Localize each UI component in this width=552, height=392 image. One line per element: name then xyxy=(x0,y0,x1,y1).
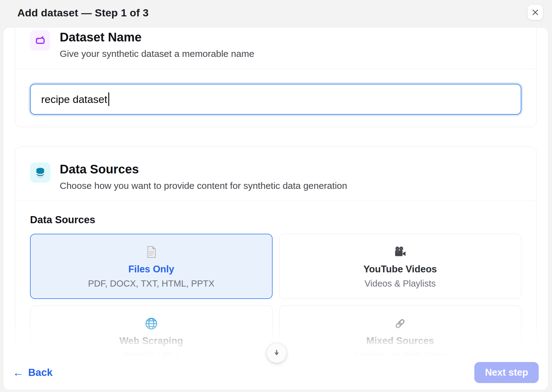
option-title: Mixed Sources xyxy=(366,335,434,347)
option-subtitle: Videos & Playlists xyxy=(364,279,436,289)
back-button-label: Back xyxy=(28,367,53,378)
data-sources-card-body: Data Sources F xyxy=(15,201,536,358)
back-button[interactable]: ← Back xyxy=(13,367,53,378)
option-subtitle: Website URLs xyxy=(123,350,180,358)
data-sources-card-header: Data Sources Choose how you want to prov… xyxy=(15,147,536,201)
option-files-only[interactable]: Files Only PDF, DOCX, TXT, HTML, PPTX xyxy=(30,234,273,299)
scroll-down-button[interactable] xyxy=(267,343,287,363)
option-title: YouTube Videos xyxy=(363,263,437,275)
down-arrow-icon xyxy=(272,348,281,358)
tag-icon xyxy=(30,30,50,51)
link-icon xyxy=(393,316,407,332)
back-arrow-icon: ← xyxy=(13,367,24,378)
option-title: Files Only xyxy=(128,263,174,275)
dataset-name-input[interactable]: recipe dataset xyxy=(30,84,521,115)
dialog-body-panel: Dataset Name Give your synthetic dataset… xyxy=(3,27,548,390)
data-sources-field-label: Data Sources xyxy=(30,214,521,226)
scroll-area[interactable]: Dataset Name Give your synthetic dataset… xyxy=(3,28,548,358)
data-sources-title: Data Sources xyxy=(60,162,347,176)
data-sources-options-grid: Files Only PDF, DOCX, TXT, HTML, PPTX xyxy=(30,234,521,358)
text-cursor xyxy=(108,92,109,106)
database-icon xyxy=(30,162,50,183)
dataset-name-input-value: recipe dataset xyxy=(41,93,107,105)
dataset-name-card: Dataset Name Give your synthetic dataset… xyxy=(15,28,537,127)
close-button[interactable] xyxy=(528,5,543,20)
dataset-name-card-header: Dataset Name Give your synthetic dataset… xyxy=(15,28,536,69)
option-subtitle: Combine multiple types xyxy=(354,350,447,358)
close-icon xyxy=(531,8,539,16)
dialog-title: Add dataset — Step 1 of 3 xyxy=(17,7,149,19)
option-subtitle: PDF, DOCX, TXT, HTML, PPTX xyxy=(88,279,214,289)
dataset-name-card-body: recipe dataset xyxy=(15,69,536,130)
document-icon xyxy=(144,244,158,260)
data-sources-subtitle: Choose how you want to provide content f… xyxy=(60,180,347,192)
data-sources-card: Data Sources Choose how you want to prov… xyxy=(15,147,537,358)
option-mixed-sources[interactable]: Mixed Sources Combine multiple types xyxy=(279,305,522,358)
option-title: Web Scraping xyxy=(119,335,183,347)
option-web-scraping[interactable]: Web Scraping Website URLs xyxy=(30,305,273,358)
globe-icon xyxy=(144,316,158,332)
option-youtube-videos[interactable]: YouTube Videos Videos & Playlists xyxy=(279,234,522,299)
next-step-button[interactable]: Next step xyxy=(474,362,539,383)
dataset-name-subtitle: Give your synthetic dataset a memorable … xyxy=(60,48,254,60)
dataset-name-title: Dataset Name xyxy=(60,30,254,44)
video-camera-icon xyxy=(393,244,408,260)
